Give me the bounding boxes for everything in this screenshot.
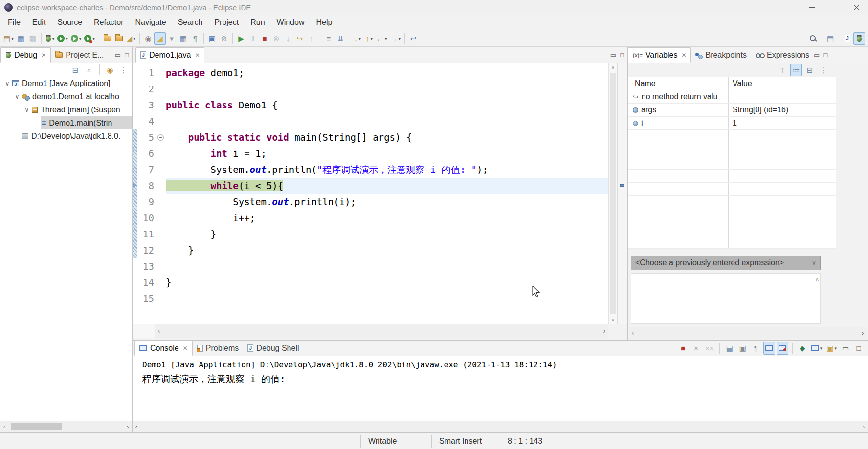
variable-value[interactable] [729, 222, 836, 235]
toolbar-terminate-button[interactable]: ■ [259, 32, 270, 45]
variable-value[interactable] [729, 170, 836, 182]
fold-column[interactable] [157, 210, 166, 226]
variable-value[interactable] [729, 130, 836, 143]
console-show-on-stderr-button[interactable] [777, 342, 788, 355]
tree-item[interactable]: ∨Demo1 [Java Application] [0, 77, 132, 90]
menu-project[interactable]: Project [208, 15, 245, 30]
toolbar-open-type-button[interactable] [102, 32, 113, 45]
fold-column[interactable] [157, 194, 166, 210]
console-maximize-console-button[interactable]: □ [853, 342, 865, 355]
minimize-view-icon[interactable]: ▭ [610, 52, 616, 58]
console-word-wrap-button[interactable]: ¶ [750, 342, 762, 355]
debug-view-debug-options-button[interactable]: ◉ [104, 64, 116, 76]
fold-column[interactable] [157, 113, 166, 129]
code-line-8[interactable]: 8 while(i < 5){ [138, 178, 608, 194]
variable-value[interactable]: String[0] (id=16) [729, 104, 836, 116]
tab-expressions[interactable]: Expressions [751, 47, 814, 63]
toolbar-run-button[interactable]: ▾ [56, 32, 69, 45]
line-number[interactable]: 15 [138, 291, 157, 307]
menu-help[interactable]: Help [310, 15, 338, 30]
dropdown-arrow-icon[interactable]: ▾ [398, 36, 401, 41]
dropdown-arrow-icon[interactable]: ▾ [834, 346, 837, 351]
line-number[interactable]: 10 [138, 210, 157, 226]
toolbar-save-button[interactable]: ▦ [15, 32, 27, 45]
fold-column[interactable] [157, 81, 166, 97]
menu-file[interactable]: File [2, 15, 26, 30]
toolbar-save-all-button[interactable]: ▩ [27, 32, 39, 45]
menu-edit[interactable]: Edit [26, 15, 52, 30]
variable-row[interactable] [628, 143, 836, 156]
toolbar-disconnect-button[interactable]: ⊗ [270, 32, 282, 45]
code-line-1[interactable]: 1package demo1; [138, 65, 608, 81]
variable-row[interactable] [628, 156, 836, 170]
code-line-9[interactable]: 9 System.out.println(i); [138, 194, 608, 210]
scroll-right-icon[interactable]: › [859, 327, 867, 339]
variables-view-view-menu-button[interactable]: ⋮ [818, 64, 829, 76]
variables-horizontal-scrollbar[interactable]: ‹ › [629, 327, 867, 339]
variable-row[interactable] [628, 130, 836, 143]
tab-debug[interactable]: Debug ✕ [0, 47, 51, 63]
code-line-13[interactable]: 13 [138, 258, 608, 275]
toolbar-search-button[interactable] [807, 32, 819, 45]
variable-name-cell[interactable]: i [628, 117, 729, 129]
menu-navigate[interactable]: Navigate [130, 15, 172, 30]
line-number[interactable]: 6 [138, 146, 157, 162]
tree-item-body[interactable]: Demo1 [Java Application] [11, 77, 132, 90]
line-number[interactable]: 14 [138, 275, 157, 291]
variable-value[interactable] [729, 209, 836, 222]
toolbar-use-step-filters-button[interactable]: ⇊ [334, 32, 346, 45]
tree-item-body[interactable]: demo1.Demo1 at localho [21, 90, 132, 103]
console-minimize-console-button[interactable]: ▭ [840, 342, 851, 355]
toolbar-debug-button[interactable]: ▾ [44, 32, 56, 45]
line-number[interactable]: 2 [138, 81, 157, 97]
toolbar-retarget-button[interactable]: ▾ [166, 32, 178, 45]
close-button[interactable] [846, 0, 868, 15]
fold-column[interactable] [157, 275, 166, 291]
chevron-down-icon[interactable]: ∨ [812, 259, 816, 266]
scroll-right-icon[interactable]: › [124, 421, 132, 432]
toolbar-run-external-tools-button[interactable]: ▾ [83, 32, 96, 45]
code-line-15[interactable]: 15 [138, 291, 608, 307]
fold-column[interactable] [157, 242, 166, 258]
line-number[interactable]: 3 [138, 97, 157, 113]
debug-view-remove-all-terminated-button[interactable]: × [83, 64, 95, 76]
editor-horizontal-scrollbar[interactable]: ‹ › [133, 324, 608, 338]
variable-row[interactable]: no method return valu [628, 90, 836, 104]
toolbar-drop-to-frame-button[interactable]: ≡ [323, 32, 334, 45]
toolbar-resume-button[interactable]: ▶ [235, 32, 247, 45]
variable-row[interactable] [628, 170, 836, 183]
scroll-right-icon[interactable]: › [601, 325, 608, 337]
variables-view-show-logical-structures-button[interactable]: ≔ [790, 64, 802, 76]
code-line-4[interactable]: 4 [138, 113, 608, 129]
code-line-6[interactable]: 6 int i = 1; [138, 146, 608, 162]
toolbar-perspective-debug-button[interactable] [853, 32, 865, 45]
scroll-left-icon[interactable]: ‹ [133, 421, 140, 432]
toolbar-new-table-button[interactable]: ▦ [178, 32, 189, 45]
fold-column[interactable] [157, 97, 166, 113]
column-header-value[interactable]: Value [729, 77, 836, 90]
tree-item[interactable]: D:\Develop\Java\jdk1.8.0. [0, 129, 132, 143]
toolbar-last-edit-location-button[interactable]: ↩ [407, 32, 419, 45]
variable-name-cell[interactable] [628, 170, 729, 182]
scroll-thumb[interactable] [610, 73, 616, 314]
variable-value[interactable] [729, 183, 836, 195]
menu-window[interactable]: Window [271, 15, 311, 30]
console-display-selected-console-button[interactable]: ▾ [810, 342, 824, 355]
dropdown-arrow-icon[interactable]: ▾ [133, 36, 135, 41]
tree-expander-icon[interactable]: ∨ [13, 93, 21, 100]
code-line-11[interactable]: 11 } [138, 226, 608, 242]
console-horizontal-scrollbar[interactable]: ‹ › [133, 421, 868, 432]
dropdown-arrow-icon[interactable]: ▾ [92, 36, 95, 41]
variable-row[interactable] [628, 222, 836, 235]
fold-column[interactable] [157, 65, 166, 81]
tree-item-body[interactable]: Demo1.main(Strin [41, 116, 132, 129]
dropdown-arrow-icon[interactable]: ▾ [52, 36, 55, 41]
toolbar-annotate-button[interactable]: ◢▾ [125, 32, 137, 45]
tab-debug-shell[interactable]: Debug Shell [243, 341, 303, 356]
dropdown-arrow-icon[interactable]: ▾ [11, 36, 14, 41]
toolbar-open-resource-button[interactable] [113, 32, 125, 45]
scroll-left-icon[interactable]: ‹ [0, 421, 8, 432]
variable-value[interactable]: 1 [729, 117, 836, 129]
minimize-button[interactable] [801, 0, 823, 15]
code-line-12[interactable]: 12 } [138, 242, 608, 258]
